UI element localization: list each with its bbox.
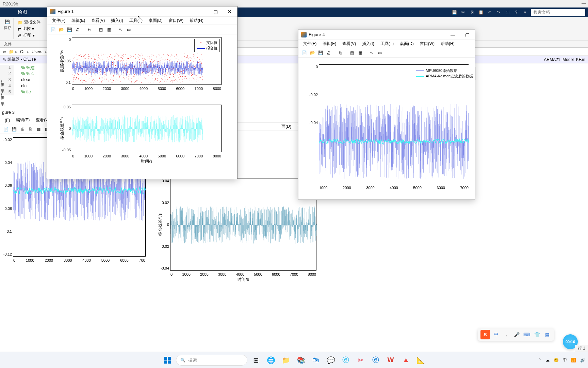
open-icon[interactable]: 📂 <box>309 49 316 57</box>
sogou-logo-icon[interactable]: S <box>480 330 490 339</box>
figure1-titlebar[interactable]: Figure 1 — ▢ ✕ <box>47 6 237 17</box>
ime-menu-icon[interactable]: ▦ <box>543 331 551 339</box>
maximize-button[interactable]: ▢ <box>462 31 472 39</box>
left-item[interactable]: 果… <box>0 85 5 91</box>
tray-cloud-icon[interactable]: ☁ <box>545 358 550 363</box>
search-doc-input[interactable] <box>531 9 585 16</box>
help-icon[interactable]: ? <box>513 9 519 15</box>
wps-icon[interactable]: W <box>384 354 397 367</box>
wechat-icon[interactable]: 💬 <box>324 354 337 367</box>
editor-open-file[interactable]: ARMA21_Model_KF.m <box>544 57 585 62</box>
ime-toolbar[interactable]: S 中 ， 🎤 ⌨ 👕 ▦ <box>478 328 554 341</box>
tray-wifi-icon[interactable]: 📶 <box>571 358 576 363</box>
tray-volume-icon[interactable]: 🔊 <box>580 358 585 363</box>
figure4-legend[interactable]: MPU6050原始数据 ARMA-Kalman滤波后的数据 <box>414 67 475 80</box>
figure1-legend[interactable]: 实际值 拟合值 <box>194 39 220 52</box>
ime-keyboard-icon[interactable]: ⌨ <box>523 331 531 339</box>
figure1-window[interactable]: Figure 1 — ▢ ✕ 文件(F) 编辑(E) 查看(V) 插入(I) 工… <box>47 6 238 179</box>
new-icon[interactable]: 📄 <box>49 26 57 33</box>
layout1-icon[interactable]: ▤ <box>348 49 356 57</box>
print-button[interactable]: 🖨打印 ▾ <box>16 32 36 39</box>
paste-icon[interactable]: 📋 <box>478 9 484 15</box>
figure-hidden-axes[interactable]: 拟合残差/°/s 0.040.020-0.02-0.04 01000200030… <box>170 179 316 271</box>
print-icon[interactable]: 🖨 <box>18 125 26 133</box>
path-seg-c[interactable]: C: <box>19 49 26 55</box>
left-item[interactable]: 果… <box>0 98 5 104</box>
taskbar-search-input[interactable] <box>188 357 245 363</box>
ie-icon[interactable]: ⓔ <box>339 354 352 367</box>
save-icon[interactable]: 💾 <box>451 9 457 15</box>
copy-fig-icon[interactable]: ⎘ <box>337 49 344 57</box>
matlab-icon[interactable]: 📐 <box>414 354 427 367</box>
menu-file[interactable]: (F) <box>2 117 13 123</box>
path-seg-users[interactable]: Users <box>30 49 44 55</box>
chevron-down-icon[interactable]: ▾ <box>522 9 528 15</box>
explorer-icon[interactable]: 📁 <box>279 354 292 367</box>
folder-search-icon: 📁 <box>18 20 23 25</box>
ime-lang-button[interactable]: 中 <box>492 331 500 339</box>
svg-point-406 <box>131 78 131 79</box>
figure1-bottom-axes[interactable]: 拟合残差/°/s 0.050-0.05 01000200030004000500… <box>72 105 222 152</box>
insert-icon[interactable]: ▭ <box>376 49 383 57</box>
minimize-button[interactable]: — <box>196 8 206 15</box>
new-icon[interactable]: 📄 <box>2 125 10 133</box>
library-icon[interactable]: 📚 <box>294 354 307 367</box>
copy-icon[interactable]: ⎘ <box>469 9 475 15</box>
find-files-button[interactable]: 📁查找文件 <box>16 19 42 26</box>
tab-plot[interactable]: 绘图 <box>14 8 31 17</box>
ime-punct-icon[interactable]: ， <box>502 331 510 339</box>
save-icon[interactable]: 💾 <box>66 26 73 33</box>
figure1-top-axes[interactable]: 数据标值/°/s 0-0.05-0.1 01000200030004000500… <box>72 37 222 85</box>
print-icon[interactable]: 🖨 <box>74 26 81 33</box>
svg-point-7 <box>73 81 73 82</box>
svg-point-93 <box>85 58 86 58</box>
start-button[interactable] <box>161 354 174 367</box>
save-icon[interactable]: 💾 <box>317 49 324 57</box>
redo-icon[interactable]: ↷ <box>495 9 502 15</box>
layout1-icon[interactable]: ▤ <box>97 26 104 33</box>
edge-icon[interactable]: 🌐 <box>264 354 277 367</box>
save-icon[interactable]: 💾 <box>10 125 18 133</box>
save-button[interactable]: 💾 <box>3 19 11 25</box>
insert-icon[interactable]: ▭ <box>125 26 132 33</box>
tray-ime-icon[interactable]: 中 <box>563 357 567 363</box>
task-view-icon[interactable]: ⊞ <box>249 354 262 367</box>
minimize-button[interactable]: — <box>448 31 458 39</box>
layout-icon[interactable]: ▦ <box>35 125 42 133</box>
menu-edit[interactable]: 编辑(E) <box>13 117 32 124</box>
new-icon[interactable]: 📄 <box>300 49 308 57</box>
cut-icon[interactable]: ✂ <box>460 9 466 15</box>
layout-icon[interactable]: ▢ <box>504 9 510 15</box>
minimize-icon[interactable]: — <box>582 1 586 6</box>
figure4-axes[interactable]: 0-0.02-0.04 1000200030004000500060007000… <box>319 64 469 184</box>
tray-up-icon[interactable]: ⌃ <box>538 358 541 363</box>
app-icon[interactable]: 🔺 <box>399 354 412 367</box>
edge2-icon[interactable]: ⓔ <box>369 354 382 367</box>
pointer-icon[interactable]: ↖ <box>368 49 375 57</box>
svg-point-500 <box>145 64 145 65</box>
layout2-icon[interactable]: ▦ <box>356 49 364 57</box>
undo-icon[interactable]: ↶ <box>487 9 493 15</box>
print-icon[interactable]: 🖨 <box>325 49 332 57</box>
compare-button[interactable]: ⇄比较 ▾ <box>16 26 35 32</box>
pointer-icon[interactable]: ↖ <box>117 26 124 33</box>
svg-point-102 <box>87 55 87 55</box>
copy-fig-icon[interactable]: ⎘ <box>27 125 34 133</box>
close-button[interactable]: ✕ <box>225 8 234 15</box>
ime-mic-icon[interactable]: 🎤 <box>512 331 521 339</box>
svg-point-613 <box>161 71 162 71</box>
left-item[interactable]: 果… <box>0 91 5 98</box>
copy-fig-icon[interactable]: ⎘ <box>85 26 93 33</box>
maximize-button[interactable]: ▢ <box>211 8 220 15</box>
ime-skin-icon[interactable]: 👕 <box>533 331 541 339</box>
figure4-window[interactable]: Figure 4 — ▢ 文件(F) 编辑(E) 查看(V) 插入(I) 工具(… <box>298 29 475 200</box>
figure4-titlebar[interactable]: Figure 4 — ▢ <box>298 30 475 40</box>
tray-lang-icon[interactable]: 😊 <box>554 358 559 363</box>
open-icon[interactable]: 📂 <box>58 26 65 33</box>
taskbar-search[interactable]: 🔍 <box>176 355 247 366</box>
store-icon[interactable]: 🛍 <box>309 354 322 367</box>
layout2-icon[interactable]: ▦ <box>105 26 113 33</box>
left-item[interactable]: 果… <box>0 78 5 85</box>
snip-icon[interactable]: ✂ <box>354 354 367 367</box>
back-icon[interactable]: ⇦ <box>1 49 7 54</box>
